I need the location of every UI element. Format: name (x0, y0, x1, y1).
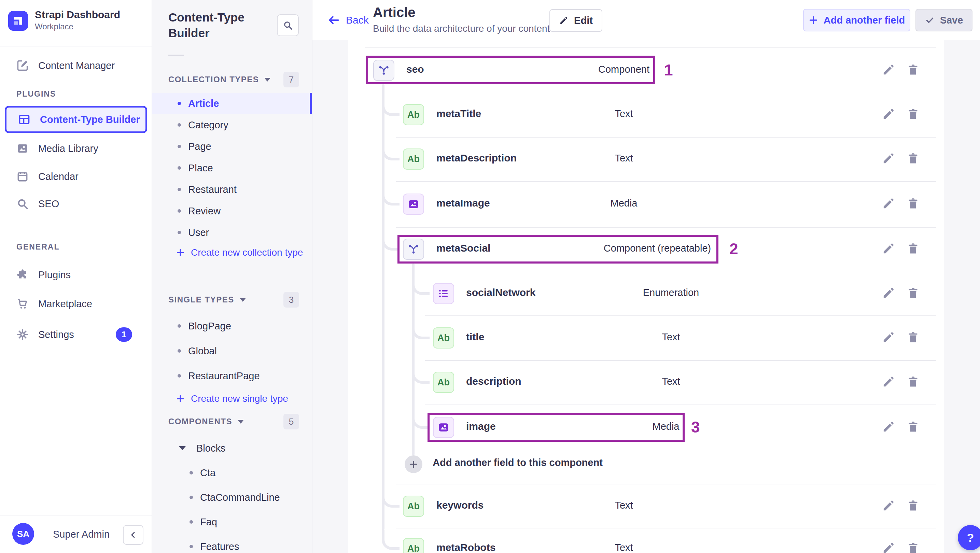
section-single-types[interactable]: SINGLE TYPES (168, 292, 246, 308)
create-new-single-type[interactable]: Create new single type (176, 388, 288, 409)
chevron-down-icon (238, 420, 244, 424)
calendar-icon (16, 170, 29, 183)
panel-item-category[interactable]: Category (152, 114, 312, 135)
tree-line-level2 (412, 264, 415, 455)
edit-button[interactable]: Edit (549, 9, 602, 32)
back-link[interactable]: Back (328, 14, 369, 27)
component-group-blocks[interactable]: Blocks (152, 438, 312, 459)
text-field-icon: Ab (433, 327, 454, 348)
delete-field-button[interactable] (906, 541, 921, 553)
sidebar-item-plugins[interactable]: Plugins (5, 261, 147, 288)
field-type: Media (581, 421, 751, 432)
edit-field-button[interactable] (882, 63, 897, 78)
edit-field-button[interactable] (882, 541, 897, 553)
panel-item-cta[interactable]: Cta (152, 462, 312, 483)
plus-icon (808, 15, 818, 25)
field-type: Text (538, 108, 709, 119)
section-components[interactable]: COMPONENTS (168, 414, 244, 429)
plus-icon (176, 248, 185, 257)
help-button[interactable]: ? (958, 525, 980, 550)
page-title: Article (373, 5, 415, 20)
collapse-sidebar-button[interactable] (123, 525, 143, 545)
edit-field-button[interactable] (882, 197, 897, 211)
delete-field-button[interactable] (906, 331, 921, 345)
panel-item-user[interactable]: User (152, 222, 312, 243)
panel-item-ctacommandline[interactable]: CtaCommandLine (152, 487, 312, 508)
component-field-icon (403, 238, 424, 260)
edit-field-button[interactable] (882, 107, 897, 122)
panel-item-page[interactable]: Page (152, 136, 312, 157)
delete-field-button[interactable] (906, 107, 921, 122)
panel-item-label: User (188, 227, 209, 238)
sidebar-item-label: Plugins (38, 269, 71, 281)
divider (168, 55, 184, 56)
sidebar-item-label: SEO (38, 198, 59, 210)
panel-item-label: BlogPage (188, 321, 231, 332)
save-button[interactable]: Save (915, 9, 972, 32)
delete-field-button[interactable] (906, 197, 921, 211)
panel-item-features[interactable]: Features (152, 536, 312, 553)
create-label: Create new collection type (191, 247, 303, 258)
edit-field-button[interactable] (882, 420, 897, 435)
sidebar-item-content-manager[interactable]: Content Manager (5, 52, 147, 79)
sidebar-item-content-type-builder[interactable]: Content-Type Builder (5, 106, 147, 133)
single-types-count: 3 (283, 292, 299, 308)
sidebar-item-media-library[interactable]: Media Library (5, 135, 147, 162)
sidebar-item-settings[interactable]: Settings 1 (5, 321, 147, 348)
brand-subtitle: Workplace (35, 22, 73, 32)
delete-field-button[interactable] (906, 286, 921, 301)
add-another-field-button[interactable]: Add another field (803, 9, 910, 32)
settings-badge: 1 (116, 327, 132, 342)
panel-item-faq[interactable]: Faq (152, 512, 312, 532)
grid-icon (18, 113, 30, 126)
bullet-icon (178, 102, 181, 105)
edit-field-button[interactable] (882, 152, 897, 167)
tree-branch (382, 530, 399, 550)
search-icon (283, 20, 293, 30)
field-name: metaTitle (436, 108, 481, 119)
pencil-icon (559, 16, 568, 25)
search-button[interactable] (277, 14, 299, 36)
field-type: Text (585, 376, 756, 387)
panel-item-review[interactable]: Review (152, 200, 312, 221)
sidebar-item-marketplace[interactable]: Marketplace (5, 290, 147, 318)
panel-item-blogpage[interactable]: BlogPage (152, 315, 312, 337)
sidebar-item-seo[interactable]: SEO (5, 190, 147, 218)
plus-icon (176, 394, 185, 403)
add-component-field-label[interactable]: Add another field to this component (433, 457, 603, 468)
section-collection-types[interactable]: COLLECTION TYPES (168, 72, 270, 87)
panel-item-label: Cta (200, 467, 215, 478)
strapi-app: Strapi Dashboard Workplace Content Manag… (0, 0, 980, 553)
text-field-icon: Ab (403, 148, 424, 170)
edit-field-button[interactable] (882, 375, 897, 390)
edit-field-button[interactable] (882, 286, 897, 301)
panel-item-place[interactable]: Place (152, 157, 312, 178)
sidebar-item-calendar[interactable]: Calendar (5, 163, 147, 190)
avatar[interactable]: SA (12, 523, 34, 545)
panel-item-label: RestaurantPage (188, 370, 260, 381)
panel-item-restaurant[interactable]: Restaurant (152, 179, 312, 200)
strapi-logo-icon (8, 11, 28, 31)
delete-field-button[interactable] (906, 420, 921, 435)
sidebar-item-label: Marketplace (38, 298, 92, 310)
delete-field-button[interactable] (906, 63, 921, 78)
panel-item-article[interactable]: Article (152, 93, 312, 114)
pen-icon (16, 59, 29, 72)
media-field-icon (403, 194, 424, 215)
text-field-icon: Ab (403, 104, 424, 125)
panel-item-global[interactable]: Global (152, 340, 312, 361)
sidebar-item-label: Media Library (38, 143, 98, 154)
edit-field-button[interactable] (882, 242, 897, 257)
delete-field-button[interactable] (906, 499, 921, 514)
bullet-icon (178, 188, 181, 191)
add-component-field-button[interactable] (405, 455, 422, 473)
delete-field-button[interactable] (906, 152, 921, 167)
edit-field-button[interactable] (882, 499, 897, 514)
edit-field-button[interactable] (882, 331, 897, 345)
brand: Strapi Dashboard Workplace (0, 0, 152, 46)
create-new-collection-type[interactable]: Create new collection type (176, 242, 303, 263)
delete-field-button[interactable] (906, 242, 921, 257)
panel-item-restaurantpage[interactable]: RestaurantPage (152, 365, 312, 386)
delete-field-button[interactable] (906, 375, 921, 390)
sidebar-section-plugins: PLUGINS (16, 89, 56, 99)
